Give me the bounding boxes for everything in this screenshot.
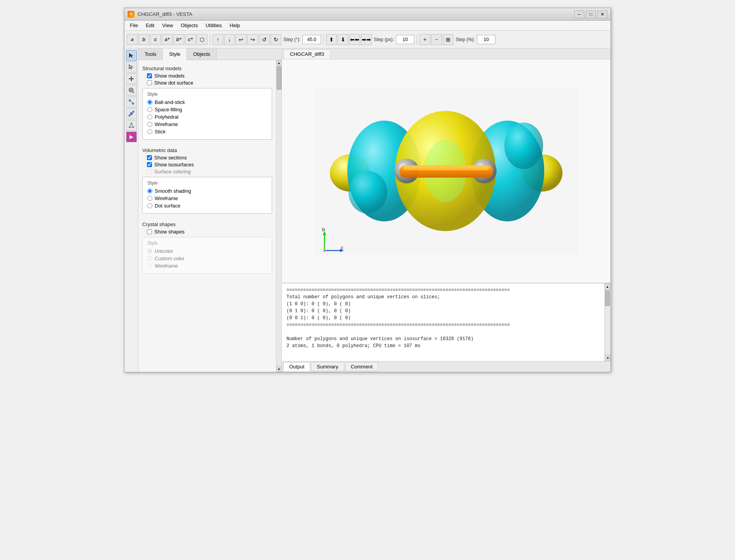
wireframe1-label[interactable]: Wireframe [155,121,178,127]
output-line-2: Total number of polygons and unique vert… [286,294,600,301]
show-shapes-label[interactable]: Show shapes [154,229,185,235]
measure-tool-button[interactable]: ▶ [126,131,137,142]
show-dot-surface-label[interactable]: Show dot surface [154,80,193,86]
rotate-right-button[interactable]: ↪ [247,34,258,45]
axis-cstar-button[interactable]: c* [185,34,196,45]
zoom-tool-button[interactable] [126,85,137,96]
tab-tools[interactable]: Tools [138,48,163,60]
output-tabs: Output Summary Comment [282,361,611,372]
axis-bstar-button[interactable]: b* [173,34,184,45]
dot-surface-radio[interactable] [147,203,152,208]
output-tab-summary[interactable]: Summary [311,362,344,371]
wireframe1-radio[interactable] [147,122,152,127]
menu-edit[interactable]: Edit [142,22,158,29]
atom-tool-button[interactable] [126,108,137,119]
main-content: CHGCAR_diff3 [282,48,611,372]
ball-stick-radio[interactable] [147,100,152,105]
show-sections-label[interactable]: Show sections [154,155,187,161]
custom-color-radio[interactable] [147,256,152,261]
panel-scrollbar[interactable]: ▲ ▼ [276,60,281,372]
menu-objects[interactable]: Objects [177,22,202,29]
wireframe3-label: Wireframe [155,263,178,269]
select-tool-button[interactable] [126,50,137,61]
show-models-row: Show models [147,73,272,79]
tab-style[interactable]: Style [163,48,187,60]
step-degrees-input[interactable] [302,35,321,44]
polyhedral-label[interactable]: Polyhedral [155,114,178,120]
network-tool-button[interactable] [126,120,137,131]
move-tool-button[interactable]: ✛ [126,73,137,84]
show-sections-checkbox[interactable] [147,155,152,160]
tab-objects[interactable]: Objects [187,48,217,60]
show-dot-surface-checkbox[interactable] [147,80,152,85]
view-tab-chgcar[interactable]: CHGCAR_diff3 [283,49,331,59]
title-bar: V CHGCAR_diff3 - VESTA ─ □ ✕ [124,8,611,21]
menu-file[interactable]: File [126,22,142,29]
scroll-up-arrow[interactable]: ▲ [277,60,281,66]
show-isosurfaces-label[interactable]: Show isosurfaces [154,162,194,168]
stick-label[interactable]: Stick [155,129,166,135]
zoom-out-button[interactable]: － [431,34,442,45]
wireframe3-radio[interactable] [147,263,152,268]
pan-down-button[interactable]: ⬇ [338,34,349,45]
close-button[interactable]: ✕ [597,10,607,18]
surface-coloring-checkbox[interactable] [147,169,152,174]
output-line-5: (0 0 1): 0 ( 0), 0 ( 0) [286,315,600,321]
scroll-thumb[interactable] [277,66,281,90]
wireframe2-radio[interactable] [147,196,152,201]
output-line-4: (0 1 0): 0 ( 0), 0 ( 0) [286,308,600,315]
output-scrollbar[interactable]: ▲ ▼ [604,283,611,361]
pan-up-button[interactable]: ⬆ [326,34,337,45]
axis-a-button[interactable]: a [127,34,138,45]
dot-surface-label[interactable]: Dot surface [155,203,180,209]
show-shapes-checkbox[interactable] [147,229,152,234]
view-area[interactable]: b c [282,59,611,283]
ball-stick-label[interactable]: Ball-and-stick [155,99,185,105]
tilt-right-button[interactable]: ↻ [271,34,281,45]
output-scroll-thumb[interactable] [605,290,610,306]
space-filling-radio[interactable] [147,107,152,112]
step-pct-input[interactable] [477,35,495,44]
output-tab-output[interactable]: Output [283,362,310,371]
wireframe2-label[interactable]: Wireframe [155,195,178,201]
pan-right-button[interactable]: ➡➡ [361,34,372,45]
output-tab-comment[interactable]: Comment [345,362,378,371]
output-scroll-down[interactable]: ▼ [605,355,611,361]
show-models-label[interactable]: Show models [154,73,185,79]
menu-view[interactable]: View [158,22,177,29]
cursor-tool-button[interactable] [126,62,137,73]
pan-left-button[interactable]: ⬅⬅ [349,34,360,45]
dot-surface-row: Dot surface [147,203,267,209]
maximize-button[interactable]: □ [586,10,596,18]
smooth-shading-radio[interactable] [147,188,152,194]
space-filling-label[interactable]: Space-filling [155,107,182,112]
tilt-left-button[interactable]: ↺ [259,34,270,45]
crystal-shapes-label: Crystal shapes [142,221,272,227]
show-isosurfaces-checkbox[interactable] [147,162,152,167]
custom-color-label: Custom color [155,256,185,261]
show-models-checkbox[interactable] [147,73,152,78]
output-scroll-up[interactable]: ▲ [605,283,610,290]
bond-tool-button[interactable] [126,97,137,107]
smooth-shading-label[interactable]: Smooth shading [155,188,191,194]
axis-astar-button[interactable]: a* [162,34,173,45]
unicolor-radio[interactable] [147,249,152,254]
toolbar: a b c a* b* c* ⬡ ↑ ↓ ↩ ↪ ↺ ↻ Step (°): ⬆… [124,31,611,48]
structural-models-label: Structural models [142,66,272,71]
volumetric-data-label: Volumetric data [142,147,272,153]
menu-utilities[interactable]: Utilities [202,22,226,29]
rotate-left-button[interactable]: ↩ [236,34,247,45]
view-3d-button[interactable]: ⬡ [197,34,207,45]
axis-c-button[interactable]: c [150,34,161,45]
step-px-input[interactable] [396,35,414,44]
scroll-down-arrow[interactable]: ▼ [277,366,281,372]
fit-button[interactable]: ⊞ [443,34,454,45]
rotate-down-button[interactable]: ↓ [224,34,235,45]
menu-help[interactable]: Help [226,22,244,29]
polyhedral-radio[interactable] [147,114,152,119]
axis-b-button[interactable]: b [138,34,149,45]
minimize-button[interactable]: ─ [574,10,584,18]
zoom-in-button[interactable]: ＋ [419,34,430,45]
rotate-up-button[interactable]: ↑ [212,34,223,45]
stick-radio[interactable] [147,129,152,134]
